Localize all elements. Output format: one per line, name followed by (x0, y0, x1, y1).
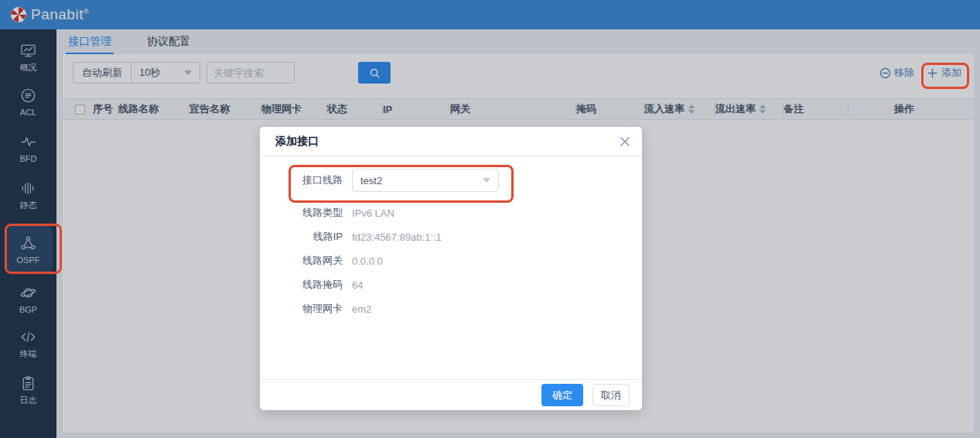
form-row-interface-line: 接口线路 test2 (260, 169, 642, 192)
form-row-line-mask: 线路掩码 64 (260, 278, 642, 292)
line-gateway-value: 0.0.0.0 (352, 255, 383, 267)
modal-title: 添加接口 (275, 135, 319, 149)
add-interface-modal: 添加接口 接口线路 test2 线路类型 IPv6 LAN 线路IP fd23:… (260, 127, 642, 410)
field-label: 线路网关 (281, 254, 343, 268)
physical-nic-value: em2 (352, 303, 371, 315)
confirm-button[interactable]: 确定 (541, 384, 583, 406)
form-row-line-type: 线路类型 IPv6 LAN (260, 206, 642, 220)
cancel-button[interactable]: 取消 (592, 384, 630, 406)
line-mask-value: 64 (352, 279, 363, 291)
modal-close-button[interactable] (619, 135, 631, 148)
field-label: 线路掩码 (281, 278, 343, 292)
line-ip-value: fd23:4567:89ab:1::1 (352, 231, 442, 243)
form-row-line-gateway: 线路网关 0.0.0.0 (260, 254, 642, 268)
modal-body: 接口线路 test2 线路类型 IPv6 LAN 线路IP fd23:4567:… (260, 156, 642, 316)
form-row-line-ip: 线路IP fd23:4567:89ab:1::1 (260, 230, 642, 244)
close-icon (619, 135, 631, 148)
field-label: 物理网卡 (281, 302, 343, 316)
form-row-physical-nic: 物理网卡 em2 (260, 302, 642, 316)
line-type-value: IPv6 LAN (352, 207, 394, 219)
interface-line-select[interactable]: test2 (352, 169, 499, 192)
field-label: 接口线路 (281, 173, 343, 187)
chevron-down-icon (483, 178, 490, 183)
modal-footer: 确定 取消 (260, 379, 642, 410)
field-label: 线路IP (281, 230, 343, 244)
interface-line-value: test2 (360, 175, 382, 186)
field-label: 线路类型 (281, 206, 343, 220)
modal-header: 添加接口 (260, 127, 642, 156)
